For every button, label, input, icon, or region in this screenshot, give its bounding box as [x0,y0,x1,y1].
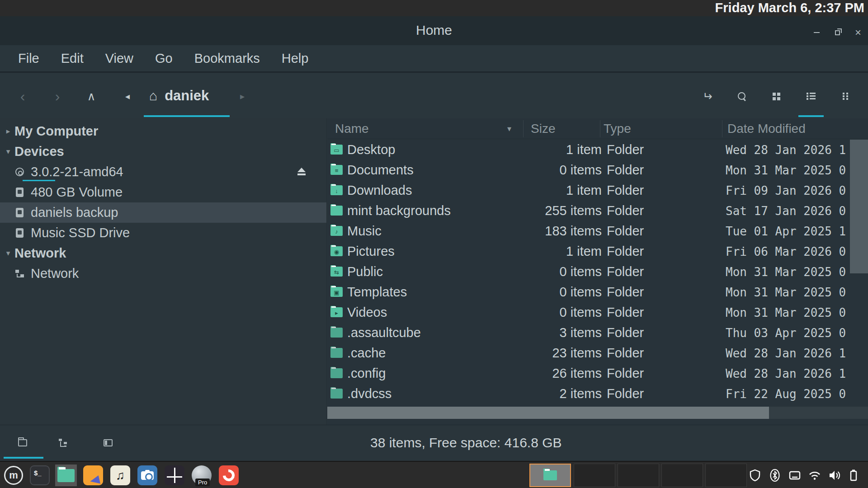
column-divider[interactable] [600,120,600,137]
sidebar-item-music-ssd[interactable]: Music SSD Drive [0,223,326,243]
file-row[interactable]: ≡ Documents 0 items Folder Mon 31 Mar 20… [327,160,868,180]
places-sidebar: ▸ My Computer ▾ Devices 3.0.2-21-amd64 4… [0,118,327,425]
vertical-scrollbar-thumb[interactable] [850,140,868,273]
folder-emblem-icon: ♪ [330,226,343,236]
mint-menu-button[interactable]: m [3,465,24,486]
breadcrumb-home-button[interactable]: ⌂ daniek [144,81,214,111]
statusbar: 38 items, Free space: 416.8 GB [0,425,868,461]
file-row[interactable]: ⇆ Public 0 items Folder Mon 31 Mar 2025 … [327,262,868,282]
menu-help[interactable]: Help [271,48,320,69]
network-icon [15,270,24,277]
file-row[interactable]: .cache 23 items Folder Wed 28 Jan 2026 1 [327,343,868,363]
file-manager-window-icon [543,470,557,480]
window-title: Home [0,23,868,38]
column-header-name[interactable]: Name [335,122,369,136]
column-divider[interactable] [523,120,524,137]
file-row[interactable]: mint backgrounds 255 items Folder Sat 17… [327,201,868,221]
file-row[interactable]: .config 26 items Folder Wed 28 Jan 2026 … [327,363,868,384]
expander-collapsed-icon[interactable]: ▸ [4,127,13,136]
folder-emblem-icon [330,369,343,379]
restore-button[interactable] [832,27,843,38]
touchpad-tray-button[interactable] [786,465,804,485]
breadcrumb-scroll-left[interactable]: ◂ [118,86,137,106]
firefox-launcher[interactable] [218,465,240,486]
image-app-launcher[interactable] [82,465,104,486]
search-button[interactable] [732,86,752,106]
plot-app-launcher[interactable] [164,465,185,486]
eject-button[interactable] [296,166,307,178]
wifi-tray-button[interactable] [806,465,824,485]
show-places-button[interactable] [15,435,30,450]
file-manager-launcher[interactable] [55,465,77,486]
breadcrumb-scroll-right[interactable]: ▸ [232,86,252,106]
sidebar-item-480gb-volume[interactable]: 480 GB Volume [0,182,326,202]
window-list-empty-slot[interactable] [574,464,615,487]
menu-edit[interactable]: Edit [50,48,94,69]
column-divider[interactable] [722,120,722,137]
battery-tray-button[interactable] [844,465,863,485]
expander-expanded-icon[interactable]: ▾ [4,249,13,258]
terminal-icon: $_ [30,465,50,485]
window-list-active-item[interactable] [529,464,571,487]
menu-view[interactable]: View [94,48,144,69]
breadcrumb-label: daniek [165,88,209,104]
volume-tray-button[interactable] [826,465,844,485]
window-titlebar[interactable]: Home × [0,16,868,45]
file-row[interactable]: ▸ Videos 0 items Folder Mon 31 Mar 2025 … [327,302,868,323]
column-header-size[interactable]: Size [531,122,555,136]
hide-sidebar-icon [104,439,113,446]
forward-button[interactable]: › [47,86,67,106]
sidebar-section-devices[interactable]: ▾ Devices [0,141,326,162]
column-header-type[interactable]: Type [604,122,631,136]
folder-emblem-icon: ⇆ [330,267,343,277]
music-app-launcher[interactable]: ♫ [109,465,131,486]
show-treeview-button[interactable] [56,435,71,450]
back-button[interactable]: ‹ [13,86,33,106]
folder-emblem-icon: ▣ [330,287,343,297]
file-row[interactable]: ▣ Templates 0 items Folder Mon 31 Mar 20… [327,282,868,302]
window-list-empty-slot[interactable] [705,464,747,487]
up-icon: ∧ [87,89,95,103]
file-row[interactable]: ↓ Downloads 1 item Folder Fri 09 Jan 202… [327,180,868,201]
firewall-tray-button[interactable] [746,465,764,485]
file-row[interactable]: .dvdcss 2 items Folder Fri 22 Aug 2025 0 [327,384,868,404]
bluetooth-tray-button[interactable] [766,465,784,485]
toolbar: ‹ › ∧ ◂ ⌂ daniek ▸ ↵ [0,73,868,118]
close-button[interactable]: × [853,27,863,38]
toggle-location-entry-button[interactable]: ↵ [698,86,717,106]
column-header-date-modified[interactable]: Date Modified [727,122,806,136]
bluetooth-icon [768,469,782,482]
window-list-empty-slot[interactable] [661,464,703,487]
file-row[interactable]: ♪ Music 183 items Folder Tue 01 Apr 2025… [327,221,868,241]
minimize-button[interactable] [811,27,822,38]
menu-go[interactable]: Go [144,48,184,69]
folder-emblem-icon: ▭ [330,145,343,155]
file-row[interactable]: .assaultcube 3 items Folder Thu 03 Apr 2… [327,323,868,343]
menu-bookmarks[interactable]: Bookmarks [184,48,271,69]
file-row[interactable]: ▭ Desktop 1 item Folder Wed 28 Jan 2026 … [327,140,868,160]
list-view-button[interactable] [801,86,821,106]
clock[interactable]: Friday March 6, 2:37 PM [715,0,864,15]
horizontal-scrollbar-thumb[interactable] [327,407,769,419]
sidebar-section-network[interactable]: ▾ Network [0,243,326,263]
compact-view-button[interactable] [835,86,855,106]
hide-sidebar-button[interactable] [100,435,116,450]
icon-view-button[interactable] [766,86,786,106]
window-list-empty-slot[interactable] [618,464,659,487]
sidebar-item-daniels-backup[interactable]: daniels backup [0,202,326,223]
folder-emblem-icon [330,348,343,358]
drive-icon [16,188,24,197]
horizontal-scrollbar[interactable] [327,407,868,419]
file-row[interactable]: ◉ Pictures 1 item Folder Fri 06 Mar 2026… [327,241,868,262]
expander-expanded-icon[interactable]: ▾ [4,147,13,156]
sidebar-item-network[interactable]: Network [0,263,326,284]
sidebar-item-my-computer[interactable]: ▸ My Computer [0,121,326,141]
sidebar-item-device-amd64[interactable]: 3.0.2-21-amd64 [0,162,326,182]
up-button[interactable]: ∧ [81,86,101,106]
menu-file[interactable]: File [7,48,50,69]
touchpad-icon [788,469,802,482]
forward-icon: › [55,88,60,105]
terminal-launcher[interactable]: $_ [29,465,51,486]
camera-app-launcher[interactable] [137,465,158,486]
google-earth-launcher[interactable]: Pro [191,465,212,486]
